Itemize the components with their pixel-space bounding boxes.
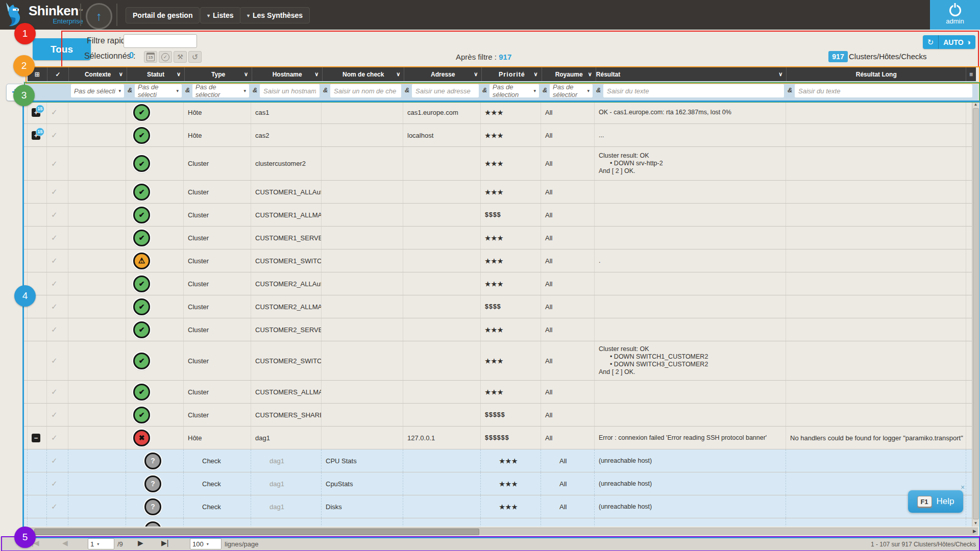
row-select-check-icon[interactable]: ✓ <box>51 108 58 117</box>
table-row[interactable]: ✓?Checkdag1CPU Stats★★★All(unreachable h… <box>23 449 978 472</box>
horizontal-scrollbar[interactable]: ▶ <box>23 528 978 535</box>
scroll-right-arrow[interactable]: ▶ <box>973 529 976 534</box>
page-select[interactable]: 1 ▾ <box>88 538 114 549</box>
collapse-row-button[interactable]: − <box>32 434 40 442</box>
menu-portail-de-gestion[interactable]: Portail de gestion <box>126 7 200 23</box>
table-row[interactable]: ✓✔ClusterCUSTOMER2_ALLAuto★★★All <box>23 272 978 295</box>
table-row[interactable]: ✓✔ClusterCUSTOMER1_SERVERS★★★All <box>23 227 978 249</box>
row-select-check-icon[interactable]: ✓ <box>51 456 58 465</box>
filter-select[interactable]: Pas de sélecti▾ <box>135 84 182 97</box>
table-row[interactable]: ✓✔Clusterclustercustomer2★★★AllCluster r… <box>23 147 978 181</box>
row-select-check-icon[interactable]: ✓ <box>51 387 58 396</box>
sort-chevron-icon[interactable]: ∨ <box>119 71 123 78</box>
calendar-button[interactable]: 15 <box>144 51 157 63</box>
table-row[interactable]: ✓✔ClusterCUSTOMER1_ALLAuto★★★All <box>23 181 978 204</box>
filter-input[interactable] <box>412 84 479 97</box>
vertical-scrollbar-thumb[interactable] <box>973 108 979 519</box>
row-select-check-icon[interactable]: ✓ <box>51 302 58 311</box>
scroll-down-arrow[interactable]: ▼ <box>972 520 979 527</box>
column-header-adresse[interactable]: Adresse∨ <box>404 67 482 81</box>
help-widget[interactable]: F1 Help <box>908 490 963 513</box>
column-header-nom-de-check[interactable]: Nom de check∨ <box>323 67 404 81</box>
table-row[interactable]: ✓✔ClusterCUSTOMER2_SWITCH★★★AllCluster r… <box>23 341 978 381</box>
row-select-check-icon[interactable]: ✓ <box>51 479 58 488</box>
table-row[interactable]: ✓?Checkdag1DiskStats★★★All(unreachable h… <box>23 518 978 527</box>
row-select-check-icon[interactable]: ✓ <box>51 131 58 140</box>
sort-chevron-icon[interactable]: ∨ <box>533 71 538 78</box>
table-row[interactable]: +15✓✔Hôtecas2localhost★★★All... <box>23 124 978 147</box>
row-select-check-icon[interactable]: ✓ <box>51 325 58 334</box>
sort-chevron-icon[interactable]: ∨ <box>177 71 181 78</box>
sort-chevron-icon[interactable]: ∨ <box>244 71 248 78</box>
help-close-icon[interactable]: × <box>961 483 965 491</box>
column-header-royaume[interactable]: Royaume∨ <box>542 67 596 81</box>
row-select-check-icon[interactable]: ✓ <box>51 356 58 365</box>
prev-page-button[interactable]: ◀ <box>62 539 68 547</box>
first-page-button[interactable]: |◀ <box>32 539 39 547</box>
page-size-select[interactable]: 100 ▾ <box>190 538 222 549</box>
column-menu-button[interactable]: ≡ <box>966 67 976 81</box>
row-select-check-icon[interactable]: ✓ <box>51 433 58 442</box>
row-select-check-icon[interactable]: ✓ <box>51 410 58 419</box>
row-select-check-icon[interactable]: ✓ <box>51 502 58 511</box>
row-select-check-icon[interactable]: ✓ <box>51 159 58 168</box>
filter-input[interactable] <box>603 84 784 97</box>
table-row[interactable]: ✓?Checkdag1Disks★★★All(unreachable host) <box>23 495 978 518</box>
table-row[interactable]: +15✓✔Hôtecas1cas1.europe.com★★★AllOK - c… <box>23 101 978 124</box>
shinken-logo[interactable]: Shinken™ Enterprise <box>3 2 83 27</box>
undo-button[interactable]: ↺ <box>188 51 202 63</box>
scroll-top-button[interactable]: ↑ <box>86 3 112 30</box>
filter-input[interactable] <box>260 84 320 97</box>
filter-select[interactable]: Pas de sélectior▾ <box>550 84 593 97</box>
table-row[interactable]: ✓⚠ClusterCUSTOMER1_SWITCH★★★All. <box>23 249 978 272</box>
sort-chevron-icon[interactable]: ∨ <box>474 71 478 78</box>
row-select-check-icon[interactable]: ✓ <box>51 256 58 265</box>
table-row[interactable]: ✓?Checkdag1CpuStats★★★All(unreachable ho… <box>23 472 978 495</box>
sort-chevron-icon[interactable]: ∨ <box>396 71 400 78</box>
filter-input[interactable] <box>330 84 401 97</box>
table-row[interactable]: ✓✔ClusterCUSTOMER1_ALLMANU$$$$All <box>23 204 978 227</box>
admin-user-button[interactable]: admin <box>930 0 980 30</box>
row-select-check-icon[interactable]: ✓ <box>51 233 58 242</box>
last-page-button[interactable]: ▶| <box>161 539 168 547</box>
tools-button[interactable]: ⚒ <box>174 51 187 63</box>
filter-input[interactable] <box>795 84 972 97</box>
cell-hostname: CUSTOMER1_SERVERS <box>251 227 322 249</box>
sort-chevron-icon[interactable]: ∨ <box>314 71 318 78</box>
table-row[interactable]: ✓✔ClusterCUSTOMER2_ALLMANU$$$$All <box>23 295 978 318</box>
filter-select[interactable]: Pas de sélection▾ <box>489 84 539 97</box>
scroll-up-arrow[interactable]: ▲ <box>972 101 979 108</box>
table-row[interactable]: −✓✖Hôtedag1127.0.0.1$$$$$$AllError : con… <box>23 427 978 449</box>
filter-select[interactable]: Pas de sélectior▾ <box>192 84 249 97</box>
table-row[interactable]: ✓✔ClusterCUSTOMERS_ALLMANU★★★All <box>23 381 978 404</box>
next-page-button[interactable]: ▶ <box>138 539 143 547</box>
auto-refresh-button[interactable]: ↻ AUTO ◑ <box>923 35 975 49</box>
column-header-statut[interactable]: Statut∨ <box>127 67 185 81</box>
row-select-check-icon[interactable]: ✓ <box>51 187 58 196</box>
column-header-hostname[interactable]: Hostname∨ <box>252 67 323 81</box>
vertical-scrollbar[interactable]: ▲ ▼ <box>972 101 979 527</box>
header-expand-all[interactable]: ⊞ <box>28 67 47 81</box>
filter-select[interactable]: Pas de sélecti▾ <box>71 84 124 97</box>
cell-row-select: ✓ <box>47 147 68 180</box>
table-row[interactable]: ✓✔ClusterCUSTOMERS_SHARED$$$$$All <box>23 404 978 427</box>
sort-chevron-icon[interactable]: ∨ <box>778 71 782 78</box>
row-select-check-icon[interactable]: ✓ <box>51 210 58 219</box>
all-filter-button[interactable]: Tous <box>33 38 91 60</box>
add-filter-button[interactable]: + <box>6 84 24 101</box>
acknowledge-button[interactable]: ✓ <box>159 51 172 63</box>
horizontal-scrollbar-thumb[interactable] <box>34 529 479 535</box>
menu-les-syntheses[interactable]: ▾ Les Synthèses <box>240 7 310 23</box>
column-header-r-sultat[interactable]: Résultat∨ <box>596 67 787 81</box>
column-header-contexte[interactable]: Contexte∨ <box>69 67 127 81</box>
quick-filter-input[interactable] <box>124 34 197 48</box>
sort-chevron-icon[interactable]: ∨ <box>588 71 592 78</box>
column-header-type[interactable]: Type∨ <box>185 67 252 81</box>
row-select-check-icon[interactable]: ✓ <box>51 279 58 288</box>
column-header-priorit-[interactable]: Priorité∨ <box>482 67 542 81</box>
menu-listes[interactable]: ▾ Listes <box>200 7 241 23</box>
header-select-all[interactable]: ✓ <box>47 67 69 81</box>
row-select-check-icon[interactable]: ✓ <box>51 525 58 527</box>
table-row[interactable]: ✓✔ClusterCUSTOMER2_SERVERS★★★All <box>23 318 978 341</box>
column-header-r-sultat-long[interactable]: Résultat Long <box>787 67 966 81</box>
